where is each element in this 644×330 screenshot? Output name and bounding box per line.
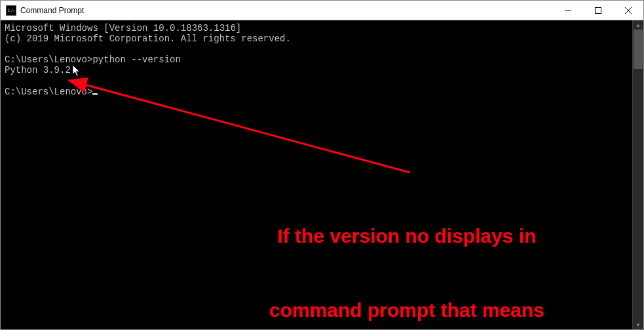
svg-rect-1 xyxy=(596,7,601,13)
scroll-thumb[interactable] xyxy=(634,30,643,69)
text-cursor xyxy=(92,93,98,95)
mouse-cursor-icon xyxy=(73,65,81,77)
minimize-button[interactable] xyxy=(553,1,583,20)
close-button[interactable] xyxy=(613,1,643,20)
annotation-text: If the version no displays in command pr… xyxy=(191,175,623,330)
cmd-window: Command Prompt Microsoft Windows [Versio… xyxy=(0,0,644,330)
svg-line-5 xyxy=(83,84,410,173)
vertical-scrollbar[interactable]: ▲ ▼ xyxy=(632,20,643,329)
annotation-line: If the version no displays in xyxy=(191,224,623,249)
prompt-command: python --version xyxy=(92,54,180,65)
prompt-path: C:\Users\Lenovo> xyxy=(5,87,92,97)
annotation-arrow-icon xyxy=(66,74,426,186)
titlebar[interactable]: Command Prompt xyxy=(1,1,643,20)
terminal-content[interactable]: Microsoft Windows [Version 10.0.18363.13… xyxy=(1,20,632,329)
scroll-up-icon[interactable]: ▲ xyxy=(633,20,643,30)
window-title: Command Prompt xyxy=(20,6,553,15)
terminal-line: (c) 2019 Microsoft Corporation. All righ… xyxy=(5,33,291,44)
terminal-output: Python 3.9.2 xyxy=(5,65,71,75)
window-controls xyxy=(553,1,643,20)
terminal-line: Microsoft Windows [Version 10.0.18363.13… xyxy=(5,23,241,33)
maximize-button[interactable] xyxy=(583,1,613,20)
cmd-icon xyxy=(6,5,16,16)
terminal-area: Microsoft Windows [Version 10.0.18363.13… xyxy=(1,20,643,329)
annotation-line: command prompt that means xyxy=(191,298,623,323)
scroll-down-icon[interactable]: ▼ xyxy=(633,320,643,329)
prompt-path: C:\Users\Lenovo> xyxy=(5,54,92,65)
